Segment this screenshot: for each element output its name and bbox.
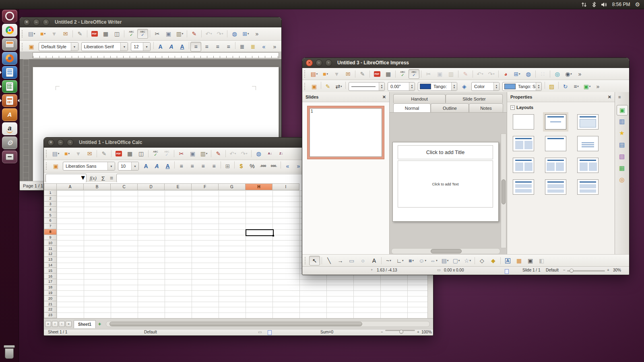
layout-title-slide[interactable]: [545, 114, 566, 130]
fill-type-combo[interactable]: Color▲▼: [471, 82, 500, 91]
volume-indicator-icon[interactable]: [601, 0, 607, 9]
launcher-dash[interactable]: [2, 10, 17, 23]
export-pdf-button[interactable]: PDF▾: [113, 149, 124, 158]
paste-button[interactable]: ▥▾: [174, 29, 185, 39]
maximize-button[interactable]: ▫: [325, 60, 332, 66]
layout-4-content[interactable]: [545, 179, 566, 195]
clone-formatting-button[interactable]: ✎▾: [460, 69, 471, 79]
export-pdf-button[interactable]: PDF▾: [89, 29, 100, 39]
next-sheet-button[interactable]: ›: [59, 321, 65, 327]
bullet-list-button[interactable]: ≣▾: [248, 42, 258, 51]
align-objects-button[interactable]: ≡▾: [571, 82, 582, 91]
spelling-button[interactable]: ✓▾: [150, 149, 161, 158]
slide-editing-area[interactable]: Click to add Title Click to add Text: [392, 142, 499, 222]
horizontal-ruler[interactable]: [20, 51, 281, 60]
sidebar-master-pages-tab[interactable]: ▤: [617, 140, 627, 150]
currency-format-button[interactable]: $▾: [236, 161, 247, 171]
row-header[interactable]: 21: [44, 301, 57, 307]
writer-titlebar[interactable]: ✕ – ▫ Untitled 2 - LibreOffice Writer: [20, 17, 281, 27]
select-tool[interactable]: ↖▾: [309, 256, 320, 265]
title-placeholder[interactable]: Click to add Title: [398, 145, 493, 159]
undo-button[interactable]: ↶▾: [227, 149, 238, 158]
row-header[interactable]: 10: [44, 240, 57, 246]
last-sheet-button[interactable]: »: [66, 321, 72, 327]
undo-button[interactable]: ↶▾: [203, 29, 214, 39]
vertical-ruler[interactable]: [23, 59, 29, 181]
first-sheet-button[interactable]: «: [45, 321, 51, 327]
network-indicator-icon[interactable]: [581, 0, 587, 9]
zoom-in-button[interactable]: +: [607, 268, 609, 272]
glue-points-button[interactable]: ◆▾: [488, 256, 499, 265]
styles-widget-button[interactable]: ▣: [50, 161, 61, 171]
font-size-combo[interactable]: 12▼: [131, 42, 151, 51]
print-button[interactable]: ▦▾: [124, 149, 135, 158]
tab-slide-sorter[interactable]: Slide Sorter: [446, 94, 503, 103]
insert-chart-button[interactable]: ◕▾: [500, 69, 511, 79]
line-tool[interactable]: ╲▾: [324, 256, 334, 265]
toolbar-drag-handle[interactable]: [46, 162, 48, 170]
print-preview-button[interactable]: ◫▾: [136, 149, 147, 158]
stepper-arrows[interactable]: ▲▼: [379, 82, 384, 90]
auto-spellcheck-button[interactable]: ✓▾: [161, 149, 172, 158]
spelling-button[interactable]: ✓▾: [126, 29, 137, 39]
toolbar-drag-handle[interactable]: [22, 43, 24, 50]
chevron-down-icon[interactable]: ▼: [80, 174, 86, 182]
column-header[interactable]: A: [57, 183, 84, 190]
clone-formatting-button[interactable]: ✎▾: [189, 29, 200, 39]
row-header[interactable]: 17: [44, 279, 57, 285]
slide-thumbnail-selected[interactable]: 1: [307, 106, 384, 159]
numbered-list-button[interactable]: ≣▾: [237, 42, 248, 51]
sidebar-gallery-tab[interactable]: ▦: [617, 163, 627, 173]
row-header[interactable]: 2: [44, 196, 57, 202]
sidebar-transitions-tab[interactable]: ▥: [617, 117, 627, 126]
undo-button[interactable]: ↶▾: [475, 69, 485, 79]
print-preview-button[interactable]: ◫▾: [111, 29, 122, 39]
sum-button[interactable]: Σ: [100, 175, 107, 182]
canvas-vertical-scrollbar[interactable]: [501, 134, 506, 248]
row-header[interactable]: 11: [44, 246, 57, 251]
align-left-button[interactable]: ≡▾: [190, 42, 201, 51]
collapse-icon[interactable]: −: [510, 105, 515, 110]
name-box[interactable]: ▼: [45, 174, 87, 183]
align-center-button[interactable]: ≡▾: [201, 42, 212, 51]
close-button[interactable]: ✕: [23, 19, 30, 26]
justify-button[interactable]: ≡▾: [223, 42, 234, 51]
sidebar-styles-tab[interactable]: ▧: [617, 152, 627, 161]
styles-widget-button[interactable]: ▣▾: [309, 82, 320, 91]
font-size-combo[interactable]: 10▼: [118, 162, 139, 171]
toolbar-overflow-button[interactable]: »▾: [252, 29, 262, 39]
canvas-horizontal-scrollbar[interactable]: [391, 248, 500, 254]
add-decimal-button[interactable]: .000▾: [258, 161, 268, 171]
redo-button[interactable]: ↷▾: [215, 29, 225, 39]
open-button[interactable]: ■▾: [320, 69, 331, 79]
arrange-front-button[interactable]: ▣▾: [525, 256, 536, 265]
close-button[interactable]: ✕: [306, 60, 313, 66]
rectangle-tool[interactable]: ▭▾: [346, 256, 357, 265]
sort-descending-button[interactable]: Z↓▾: [276, 149, 287, 158]
font-name-combo[interactable]: Liberation Serif▼: [81, 42, 128, 51]
basic-shapes-tool[interactable]: ■▾: [406, 256, 417, 265]
connector-tool[interactable]: ∟▾: [394, 256, 405, 265]
align-left-button[interactable]: ≡▾: [176, 161, 187, 171]
session-gear-icon[interactable]: ⚙: [635, 0, 640, 9]
redo-button[interactable]: ↷▾: [239, 149, 250, 158]
paste-button[interactable]: ▥▾: [446, 69, 456, 79]
formula-button[interactable]: =: [108, 175, 115, 181]
auto-spellcheck-button[interactable]: ✓▾: [409, 69, 419, 79]
trash-icon[interactable]: [4, 345, 15, 358]
new-presentation-button[interactable]: ▤▾: [309, 69, 320, 79]
page-style-status[interactable]: Default: [144, 330, 157, 334]
row-header[interactable]: 12: [44, 251, 57, 257]
row-header[interactable]: 23: [44, 313, 57, 318]
chevron-down-icon[interactable]: ▼: [107, 162, 115, 170]
zoom-level-status[interactable]: 30%: [613, 268, 621, 272]
launcher-libreoffice-writer[interactable]: [2, 66, 17, 79]
hyperlink-button[interactable]: ◍▾: [253, 149, 264, 158]
spelling-button[interactable]: ✓▾: [397, 69, 408, 79]
column-header[interactable]: H: [246, 183, 272, 190]
edit-mode-button[interactable]: ✎▾: [357, 69, 368, 79]
scrollbar-thumb[interactable]: [431, 249, 462, 253]
text-placeholder[interactable]: Click to add Text: [398, 160, 493, 208]
save-button[interactable]: ▼▾: [73, 149, 84, 158]
toolbar-drag-handle[interactable]: [304, 83, 307, 90]
